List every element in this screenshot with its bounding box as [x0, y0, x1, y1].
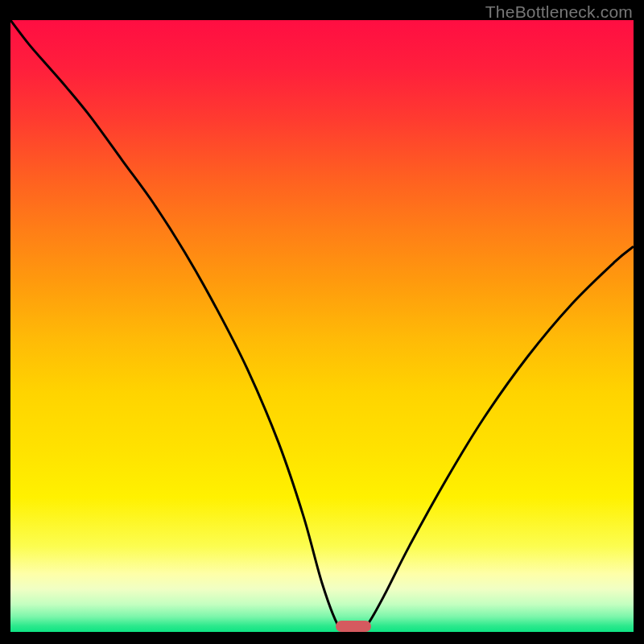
curve-layer	[10, 20, 634, 632]
bottleneck-curve	[10, 20, 634, 632]
watermark-text: TheBottleneck.com	[485, 2, 633, 22]
plot-area	[10, 20, 634, 632]
chart-stage: TheBottleneck.com	[0, 0, 644, 644]
optimal-marker	[336, 621, 371, 632]
